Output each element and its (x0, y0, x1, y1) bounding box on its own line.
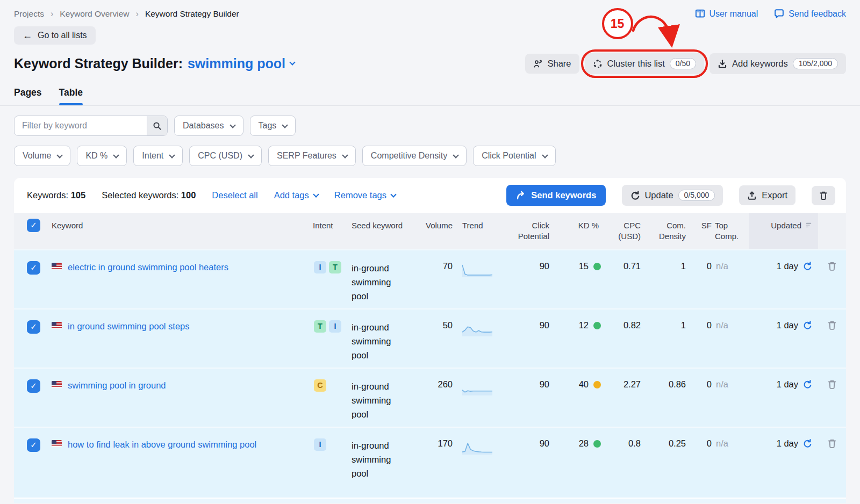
row-checkbox[interactable]: ✓ (27, 438, 40, 452)
tab-pages[interactable]: Pages (14, 87, 42, 105)
cpc-value: 0.8 (602, 428, 644, 498)
kd-filter-label: KD % (85, 151, 108, 161)
keywords-table-card: Keywords: 105 Selected keywords: 100 Des… (14, 178, 846, 503)
cpc-filter-label: CPC (USD) (198, 151, 242, 161)
share-button[interactable]: Share (525, 54, 579, 74)
refresh-row-icon[interactable] (802, 321, 812, 330)
breadcrumb-projects[interactable]: Projects (14, 9, 44, 19)
us-flag-icon (52, 322, 62, 329)
keyword-filter-input[interactable] (15, 116, 147, 135)
header-top-comp[interactable]: Top Comp. (715, 213, 749, 249)
intent-badge-informational[interactable]: I (314, 438, 326, 451)
delete-row-icon[interactable] (827, 320, 837, 330)
export-button[interactable]: Export (739, 185, 796, 205)
keywords-count: Keywords: 105 (27, 190, 85, 200)
header-intent[interactable]: Intent (313, 213, 352, 249)
cluster-button-wrap: Cluster this list 0/50 15 (585, 53, 705, 74)
chevron-down-icon (113, 152, 119, 158)
intent-badge-informational[interactable]: I (314, 261, 326, 273)
competitive-density-filter-dropdown[interactable]: Competitive Density (362, 146, 467, 166)
feedback-bubble-icon (774, 9, 784, 19)
tags-dropdown[interactable]: Tags (250, 116, 296, 136)
keyword-link[interactable]: electric in ground swimming pool heaters (68, 261, 228, 273)
header-volume[interactable]: Volume (410, 213, 456, 249)
serp-features-filter-dropdown[interactable]: SERP Features (268, 146, 356, 166)
intent-badge-transactional[interactable]: T (329, 261, 341, 273)
click-potential-filter-dropdown[interactable]: Click Potential (473, 146, 555, 166)
next-row-partial (14, 498, 846, 503)
refresh-row-icon[interactable] (802, 439, 812, 448)
keyword-link[interactable]: how to find leak in above ground swimmin… (68, 438, 256, 450)
send-keywords-button[interactable]: Send keywords (506, 185, 606, 206)
intent-filter-label: Intent (142, 151, 163, 161)
tab-table[interactable]: Table (59, 87, 83, 105)
keyword-link[interactable]: in ground swimming pool steps (68, 320, 190, 332)
page-title: Keyword Strategy Builder: swimming pool (14, 56, 295, 71)
row-checkbox[interactable]: ✓ (27, 261, 40, 275)
delete-row-icon[interactable] (827, 438, 837, 449)
top-competitor-value: n/a (715, 428, 749, 498)
kd-value: 40 (579, 379, 589, 390)
breadcrumb: Projects › Keyword Overview › Keyword St… (14, 9, 239, 19)
add-keywords-button[interactable]: Add keywords 105/2,000 (710, 53, 846, 74)
arrow-left-icon: ← (23, 31, 32, 40)
seed-keyword: in-ground swimming pool (352, 369, 410, 427)
selected-keywords-count: Selected keywords: 100 (102, 190, 196, 200)
cpc-filter-dropdown[interactable]: CPC (USD) (189, 146, 262, 166)
send-feedback-link[interactable]: Send feedback (774, 9, 846, 19)
competitive-density-value: 0.86 (644, 369, 689, 427)
kd-filter-dropdown[interactable]: KD % (77, 146, 127, 166)
chevron-down-icon (390, 191, 396, 197)
intent-badge-informational[interactable]: I (329, 320, 341, 333)
updated-value: 1 day (777, 379, 798, 390)
header-kd[interactable]: KD % (553, 213, 602, 249)
search-button[interactable] (147, 116, 167, 135)
volume-value: 50 (410, 309, 456, 368)
intent-badge-commercial[interactable]: C (314, 379, 326, 392)
cpc-value: 0.71 (602, 250, 644, 308)
refresh-row-icon[interactable] (802, 262, 812, 271)
header-sf[interactable]: SF (689, 213, 715, 249)
deselect-all-link[interactable]: Deselect all (212, 190, 257, 200)
row-checkbox[interactable]: ✓ (27, 320, 40, 334)
keyword-strategy-builder-page: Projects › Keyword Overview › Keyword St… (0, 0, 860, 504)
chevron-down-icon (342, 152, 348, 158)
breadcrumb-keyword-overview[interactable]: Keyword Overview (60, 9, 129, 19)
click-potential-value: 90 (507, 309, 553, 368)
user-manual-label: User manual (710, 9, 758, 19)
remove-tags-label: Remove tags (334, 190, 386, 200)
competitive-density-value: 0.25 (644, 428, 689, 498)
list-name-dropdown[interactable]: swimming pool (188, 56, 295, 71)
header-cpc[interactable]: CPC (USD) (602, 213, 644, 249)
row-checkbox[interactable]: ✓ (27, 379, 40, 393)
cluster-this-list-button[interactable]: Cluster this list 0/50 (585, 53, 705, 74)
delete-row-icon[interactable] (827, 379, 837, 390)
select-all-checkbox[interactable]: ✓ (27, 219, 40, 232)
header-click-potential[interactable]: Click Potential (507, 213, 553, 249)
tabs-divider (0, 105, 860, 106)
intent-badge-transactional[interactable]: T (314, 320, 326, 333)
sort-icon[interactable] (805, 222, 813, 228)
user-manual-link[interactable]: User manual (695, 9, 758, 19)
update-button[interactable]: Update 0/5,000 (622, 185, 723, 206)
table-toolbar: Keywords: 105 Selected keywords: 100 Des… (14, 178, 846, 213)
updated-value: 1 day (777, 320, 798, 330)
keyword-link[interactable]: swimming pool in ground (68, 379, 166, 391)
delete-row-icon[interactable] (827, 261, 837, 271)
trend-sparkline (462, 263, 492, 277)
refresh-row-icon[interactable] (802, 380, 812, 389)
remove-tags-dropdown[interactable]: Remove tags (334, 190, 396, 200)
go-to-all-lists-button[interactable]: ← Go to all lists (14, 26, 96, 45)
volume-filter-dropdown[interactable]: Volume (14, 146, 70, 166)
header-com-density[interactable]: Com. Density (644, 213, 689, 249)
header-trend[interactable]: Trend (456, 213, 507, 249)
competitive-density-filter-label: Competitive Density (371, 151, 447, 161)
breadcrumb-current: Keyword Strategy Builder (145, 9, 239, 19)
header-updated[interactable]: Updated (749, 213, 818, 249)
databases-dropdown[interactable]: Databases (174, 116, 243, 136)
delete-selected-button[interactable] (812, 186, 835, 205)
add-tags-dropdown[interactable]: Add tags (274, 190, 318, 200)
header-keyword[interactable]: Keyword (48, 213, 313, 249)
intent-filter-dropdown[interactable]: Intent (133, 146, 183, 166)
header-seed-keyword[interactable]: Seed keyword (352, 213, 410, 249)
